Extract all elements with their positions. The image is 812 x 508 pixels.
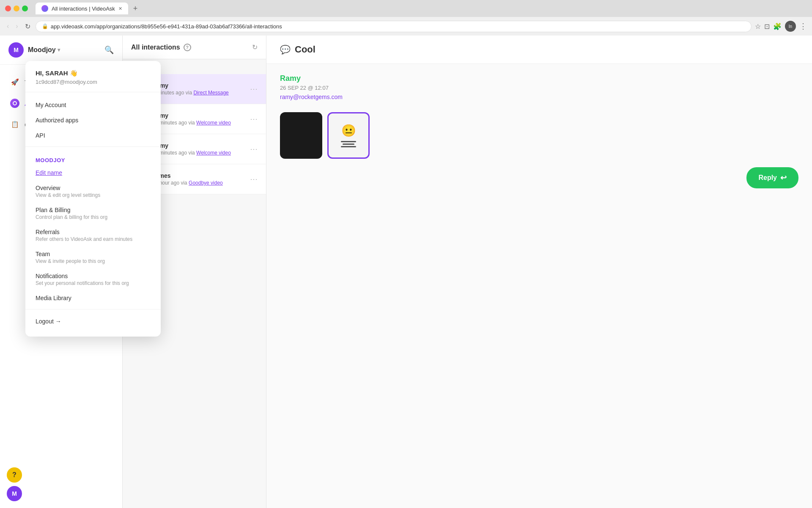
browser-chrome: All interactions | VideoAsk ✕ + ‹ › ↻ 🔒 … — [0, 0, 812, 36]
sender-name: Ramy — [280, 74, 798, 83]
org-logo-initial: M — [14, 47, 19, 53]
thumbnail-video-dark[interactable] — [280, 112, 322, 159]
dropdown-api[interactable]: API — [25, 128, 161, 143]
dropdown-my-account[interactable]: My Account — [25, 97, 161, 113]
search-icon[interactable]: 🔍 — [104, 45, 114, 55]
interaction-more-icon[interactable]: ⋯ — [248, 143, 259, 155]
star-icon[interactable]: ☆ — [755, 22, 761, 30]
dropdown-plan-billing-title: Plan & Billing — [36, 207, 151, 213]
app: M Moodjoy ▾ 🔍 🚀 Templates All interactio… — [0, 36, 812, 508]
refresh-button[interactable]: ↻ — [23, 21, 32, 32]
address-url: app.videoask.com/app/organizations/8b955… — [51, 23, 282, 30]
help-icon: ? — [12, 471, 16, 479]
interaction-info-ramy-3: Ramy 31 minutes ago via Welcome video — [152, 142, 243, 156]
interaction-meta: an hour ago via Goodbye video — [152, 180, 243, 186]
interaction-more-icon[interactable]: ⋯ — [248, 173, 259, 185]
sender-date: 26 SEP 22 @ 12:07 — [280, 85, 798, 91]
dropdown-overview-desc: View & edit org level settings — [36, 192, 151, 198]
org-logo: M — [8, 42, 24, 58]
interactions-icon — [10, 99, 19, 108]
interaction-name: Ramy — [152, 112, 243, 119]
address-bar[interactable]: 🔒 app.videoask.com/app/organizations/8b9… — [36, 21, 752, 32]
browser-dots — [5, 6, 28, 11]
dropdown-plan-billing-desc: Control plan & billing for this org — [36, 214, 151, 220]
dropdown-notifications[interactable]: Notifications Set your personal notifica… — [25, 268, 161, 290]
middle-title: All interactions ? — [131, 44, 191, 51]
browser-titlebar: All interactions | VideoAsk ✕ + — [0, 0, 812, 17]
dropdown-menu: HI, SARAH 👋 1c9dcd87@moodjoy.com My Acco… — [25, 61, 161, 337]
interaction-meta: 2 minutes ago via Direct Message — [152, 90, 243, 96]
org-logo-area[interactable]: M Moodjoy ▾ — [8, 42, 60, 58]
dropdown-plan-billing[interactable]: Plan & Billing Control plan & billing fo… — [25, 202, 161, 224]
interaction-name: Ramy — [152, 82, 243, 89]
interaction-info-james-1: James an hour ago via Goodbye video — [152, 172, 243, 186]
dropdown-greeting: HI, SARAH 👋 — [36, 69, 151, 77]
tab-favicon — [41, 5, 48, 12]
dropdown-section-account: My Account Authorized apps API — [25, 92, 161, 143]
chat-bubble-icon: 💬 — [280, 44, 291, 55]
interaction-link[interactable]: Goodbye video — [189, 180, 223, 186]
thumbnail-video-light[interactable]: 😐 — [327, 112, 370, 159]
interaction-info-ramy-2: Ramy 29 minutes ago via Welcome video — [152, 112, 243, 126]
interaction-name: Ramy — [152, 142, 243, 149]
reply-btn-area: Reply ↩ — [280, 167, 798, 188]
sender-info: Ramy 26 SEP 22 @ 12:07 ramy@rocketgems.c… — [280, 64, 798, 105]
org-name[interactable]: Moodjoy ▾ — [28, 46, 60, 54]
dropdown-team-title: Team — [36, 251, 151, 257]
dropdown-authorized-apps[interactable]: Authorized apps — [25, 113, 161, 128]
interaction-meta: 29 minutes ago via Welcome video — [152, 120, 243, 126]
new-tab-button[interactable]: + — [133, 4, 138, 13]
dropdown-referrals-title: Referrals — [36, 229, 151, 235]
reply-arrow-icon: ↩ — [780, 173, 787, 182]
browser-tab[interactable]: All interactions | VideoAsk ✕ — [36, 3, 128, 14]
lock-icon: 🔒 — [42, 23, 48, 29]
tab-title: All interactions | VideoAsk — [52, 6, 115, 12]
interaction-info-ramy-1: Ramy 2 minutes ago via Direct Message — [152, 82, 243, 96]
middle-refresh-icon[interactable]: ↻ — [252, 43, 258, 51]
help-button[interactable]: ? — [7, 467, 22, 483]
back-button[interactable]: ‹ — [5, 21, 11, 32]
contacts-icon: 📋 — [10, 120, 19, 129]
dropdown-referrals[interactable]: Referrals Refer others to VideoAsk and e… — [25, 224, 161, 246]
toolbar-icons: ☆ ⊡ 🧩 In ⋮ — [755, 21, 807, 32]
minimize-dot[interactable] — [14, 6, 19, 11]
dropdown-edit-name[interactable]: Edit name — [25, 165, 161, 180]
dropdown-email: 1c9dcd87@moodjoy.com — [36, 79, 151, 85]
interaction-name: James — [152, 172, 243, 179]
face-icon: 😐 — [341, 124, 356, 138]
dropdown-notifications-desc: Set your personal notifications for this… — [36, 280, 151, 286]
sidebar: M Moodjoy ▾ 🔍 🚀 Templates All interactio… — [0, 36, 123, 508]
thumbnails: 😐 — [280, 112, 798, 159]
tab-close-button[interactable]: ✕ — [118, 6, 122, 11]
dropdown-overview[interactable]: Overview View & edit org level settings — [25, 180, 161, 202]
interaction-meta: 31 minutes ago via Welcome video — [152, 150, 243, 156]
reply-button[interactable]: Reply ↩ — [746, 167, 798, 188]
dropdown-team-desc: View & invite people to this org — [36, 258, 151, 264]
sender-email[interactable]: ramy@rocketgems.com — [280, 94, 798, 100]
middle-header: All interactions ? ↻ — [123, 36, 266, 59]
user-avatar-button[interactable]: M — [7, 486, 22, 501]
dropdown-media-library-title: Media Library — [36, 295, 151, 301]
cast-icon[interactable]: ⊡ — [764, 22, 770, 30]
line-1 — [341, 141, 356, 142]
extensions-icon[interactable]: 🧩 — [773, 22, 782, 30]
sidebar-header: M Moodjoy ▾ 🔍 — [0, 36, 122, 65]
forward-button[interactable]: › — [14, 21, 19, 32]
close-dot[interactable] — [5, 6, 11, 11]
rocket-icon: 🚀 — [10, 77, 19, 87]
dropdown-team[interactable]: Team View & invite people to this org — [25, 246, 161, 268]
sidebar-bottom: ? M — [0, 461, 122, 508]
interaction-more-icon[interactable]: ⋯ — [248, 113, 259, 125]
interaction-more-icon[interactable]: ⋯ — [248, 83, 259, 95]
middle-help-icon[interactable]: ? — [184, 44, 191, 51]
dropdown-media-library[interactable]: Media Library — [25, 290, 161, 306]
interaction-link[interactable]: Welcome video — [196, 120, 231, 126]
maximize-dot[interactable] — [22, 6, 28, 11]
content-header: 💬 Cool — [266, 36, 812, 64]
dropdown-logout[interactable]: Logout → — [25, 313, 161, 330]
incognito-button[interactable]: In — [785, 21, 796, 32]
interaction-link[interactable]: Direct Message — [193, 90, 228, 96]
browser-toolbar: ‹ › ↻ 🔒 app.videoask.com/app/organizatio… — [0, 17, 812, 36]
browser-menu-button[interactable]: ⋮ — [799, 22, 807, 31]
interaction-link[interactable]: Welcome video — [196, 150, 231, 156]
